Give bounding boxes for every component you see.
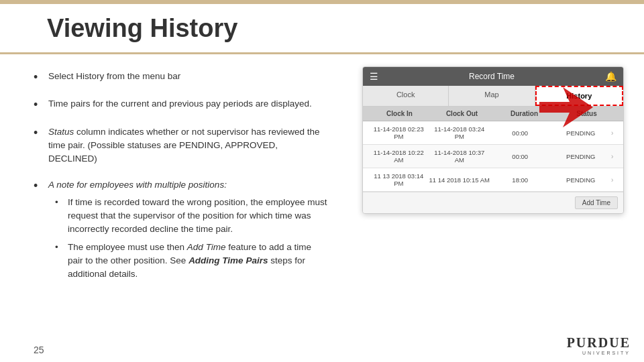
row1-chevron: › bbox=[611, 129, 618, 137]
row1-clock-in: 11-14-2018 02:23 PM bbox=[368, 125, 429, 140]
row2-clock-in: 11-14-2018 10:22 AM bbox=[368, 149, 429, 164]
row3-clock-in: 11 13 2018 03:14 PM bbox=[368, 172, 429, 187]
purdue-name: PURDUE bbox=[567, 335, 631, 351]
phone-tabs: Clock Map History bbox=[363, 86, 623, 107]
col-clock-in: Clock In bbox=[368, 110, 431, 117]
row1-status: PENDING bbox=[551, 129, 612, 137]
sub-dot-2: • bbox=[55, 241, 64, 254]
row2-status: PENDING bbox=[551, 153, 612, 160]
bullet-1: • Select History from the menu bar bbox=[34, 70, 329, 85]
add-time-button[interactable]: Add Time bbox=[575, 196, 618, 209]
bullet-text-1: Select History from the menu bar bbox=[48, 70, 329, 83]
purdue-logo: PURDUE University bbox=[567, 335, 631, 355]
col-duration: Duration bbox=[493, 110, 555, 117]
bullet-2: • Time pairs for the current and previou… bbox=[34, 97, 329, 113]
bullet-dot-4: • bbox=[34, 178, 44, 194]
sub-bullet-2: • The employee must use then Add Time fe… bbox=[55, 241, 329, 282]
right-panel: ☰ Record Time 🔔 Clock Map History Clock … bbox=[342, 56, 644, 362]
row2-chevron: › bbox=[611, 153, 618, 160]
sub-dot-1: • bbox=[55, 196, 64, 209]
row3-status: PENDING bbox=[551, 176, 612, 184]
phone-header-title: Record Time bbox=[378, 72, 605, 81]
col-status: Status bbox=[555, 110, 618, 117]
content-area: • Select History from the menu bar • Tim… bbox=[0, 56, 342, 342]
bell-icon[interactable]: 🔔 bbox=[605, 71, 616, 82]
page-title: Viewing History bbox=[47, 14, 237, 43]
page-number: 25 bbox=[34, 345, 44, 355]
table-row[interactable]: 11-14-2018 02:23 PM 11-14-2018 03:24 PM … bbox=[363, 121, 623, 145]
title-section: Viewing History bbox=[0, 4, 644, 54]
table-row[interactable]: 11 13 2018 03:14 PM 11 14 2018 10:15 AM … bbox=[363, 168, 623, 192]
tab-history[interactable]: History bbox=[535, 86, 623, 106]
row2-clock-out: 11-14-2018 10:37 AM bbox=[429, 149, 490, 164]
bullet-dot-2: • bbox=[34, 97, 44, 113]
row2-duration: 00:00 bbox=[490, 153, 551, 160]
bullet-text-3: Status column indicates whether or not s… bbox=[48, 125, 329, 166]
col-clock-out: Clock Out bbox=[431, 110, 493, 117]
row3-chevron: › bbox=[611, 176, 618, 184]
bullet-text-4: A note for employees with multiple posit… bbox=[48, 178, 329, 286]
table-row[interactable]: 11-14-2018 10:22 AM 11-14-2018 10:37 AM … bbox=[363, 145, 623, 168]
bullet-dot-3: • bbox=[34, 125, 44, 141]
sub-bullets: • If time is recorded toward the wrong p… bbox=[55, 196, 329, 282]
hamburger-icon[interactable]: ☰ bbox=[370, 71, 378, 82]
row1-clock-out: 11-14-2018 03:24 PM bbox=[429, 125, 490, 140]
phone-header: ☰ Record Time 🔔 bbox=[363, 67, 623, 86]
add-time-row: Add Time bbox=[363, 192, 623, 213]
purdue-sub: University bbox=[582, 351, 631, 355]
bullet-dot-1: • bbox=[34, 70, 44, 85]
row3-clock-out: 11 14 2018 10:15 AM bbox=[429, 176, 490, 184]
bullet-text-2: Time pairs for the current and previous … bbox=[48, 97, 329, 111]
sub-text-1: If time is recorded toward the wrong pos… bbox=[68, 196, 329, 237]
row3-duration: 18:00 bbox=[490, 176, 551, 184]
sub-text-2: The employee must use then Add Time feat… bbox=[68, 241, 329, 282]
tab-clock[interactable]: Clock bbox=[363, 86, 449, 106]
row1-duration: 00:00 bbox=[490, 129, 551, 137]
phone-mockup: ☰ Record Time 🔔 Clock Map History Clock … bbox=[362, 66, 624, 214]
tab-map[interactable]: Map bbox=[449, 86, 535, 106]
sub-bullet-1: • If time is recorded toward the wrong p… bbox=[55, 196, 329, 237]
bullet-3: • Status column indicates whether or not… bbox=[34, 125, 329, 166]
bullet-4: • A note for employees with multiple pos… bbox=[34, 178, 329, 286]
table-header: Clock In Clock Out Duration Status bbox=[363, 107, 623, 121]
